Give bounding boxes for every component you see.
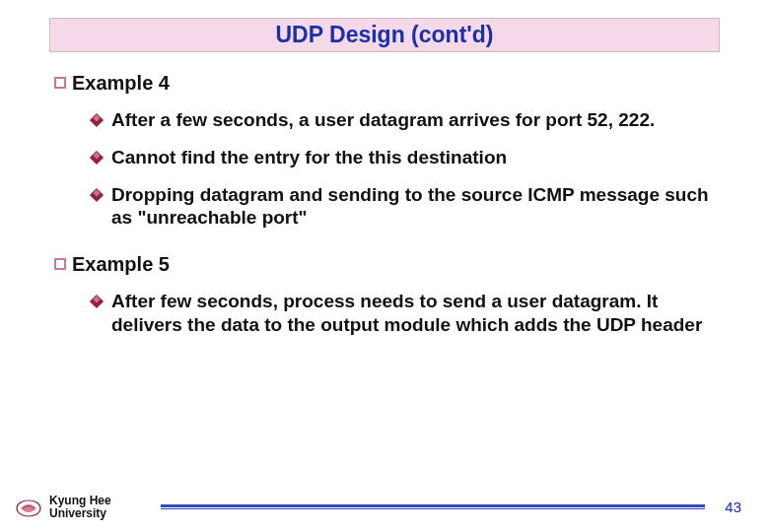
section-heading: Example 4 <box>54 72 715 95</box>
section-heading: Example 5 <box>54 253 715 276</box>
section-title: Example 4 <box>72 72 170 95</box>
university-logo-icon <box>14 497 43 518</box>
bullet-text: After a few seconds, a user datagram arr… <box>111 108 655 132</box>
list-item: Cannot find the entry for the this desti… <box>92 146 715 169</box>
divider-line-icon <box>161 504 706 509</box>
footer: Kyung Hee University 43 <box>0 495 769 520</box>
bullet-text: Dropping datagram and sending to the sou… <box>111 183 715 231</box>
diamond-bullet-icon <box>90 187 104 201</box>
slide-title: UDP Design (cont'd) <box>276 22 494 47</box>
list-item: Dropping datagram and sending to the sou… <box>92 183 715 231</box>
slide: UDP Design (cont'd) Example 4 After a fe… <box>0 0 769 532</box>
diamond-bullet-icon <box>90 295 104 308</box>
list-item: After a few seconds, a user datagram arr… <box>92 108 715 132</box>
footer-divider <box>161 504 706 509</box>
page-number: 43 <box>725 499 741 515</box>
diamond-bullet-icon <box>90 151 104 165</box>
bullet-text: Cannot find the entry for the this desti… <box>111 146 507 169</box>
title-bar: UDP Design (cont'd) <box>49 18 720 52</box>
section-title: Example 5 <box>72 253 170 276</box>
bullet-list: After a few seconds, a user datagram arr… <box>92 108 715 230</box>
square-bullet-icon <box>54 77 66 89</box>
list-item: After few seconds, process needs to send… <box>92 290 715 337</box>
university-name: Kyung Hee University <box>49 495 111 520</box>
diamond-bullet-icon <box>90 113 104 127</box>
bullet-list: After few seconds, process needs to send… <box>92 290 715 337</box>
content-area: Example 4 After a few seconds, a user da… <box>54 72 715 337</box>
bullet-text: After few seconds, process needs to send… <box>111 290 715 337</box>
square-bullet-icon <box>54 258 66 270</box>
